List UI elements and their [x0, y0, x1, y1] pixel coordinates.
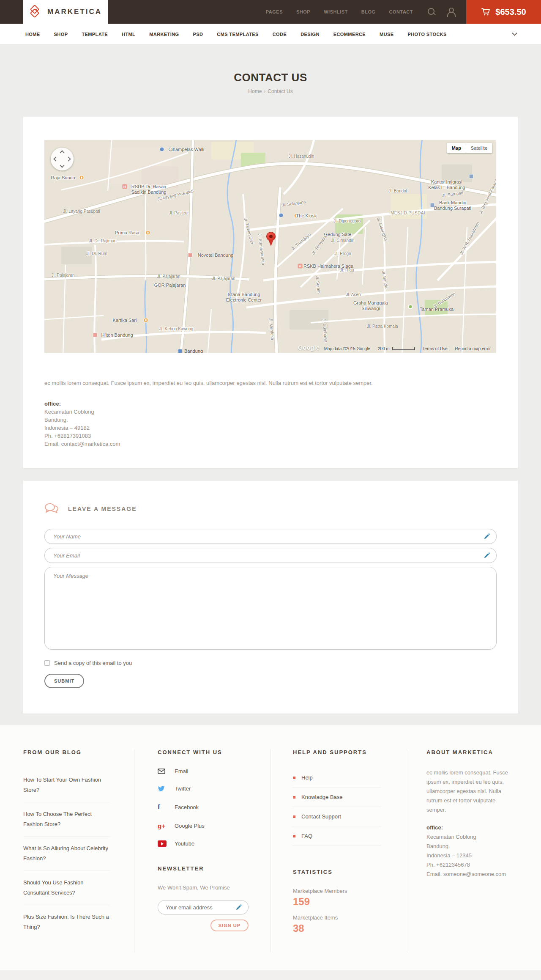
pan-left-arrow-icon[interactable]	[53, 156, 58, 161]
map-poi-label[interactable]: Bandung Surapati	[434, 206, 471, 211]
youtube-icon	[158, 840, 167, 847]
help-link[interactable]: Knowladge Base	[293, 788, 381, 807]
map-poi-label[interactable]: Electronic Center	[226, 297, 262, 302]
catnav-marketing[interactable]: MARKETING	[149, 32, 179, 37]
hospital-poi-icon: H	[298, 264, 303, 269]
map-poi-label[interactable]: RSUP Dr. Hasan	[131, 184, 166, 189]
map-poi-label[interactable]: Kelas I - Bandung	[428, 185, 465, 190]
office-line: Bandung.	[426, 842, 515, 851]
newsletter-email-input[interactable]	[158, 900, 249, 914]
social-link-facebook[interactable]: f Facebook	[158, 803, 249, 811]
map-poi-label[interactable]: Novotel Bandung	[198, 253, 233, 258]
map-view-button[interactable]: Map	[447, 143, 466, 153]
catnav-ecommerce[interactable]: ECOMMERCE	[333, 32, 366, 37]
map-poi-label[interactable]: Sadikin Bandung	[131, 189, 166, 195]
map-poi-label[interactable]: Cihampelas Walk	[168, 147, 204, 152]
map-canvas[interactable]: H H Cihampelas Walk Jl. Hasanudin Raja S…	[44, 140, 496, 353]
map-street-label: Jl. Riau	[340, 268, 354, 272]
cart-icon	[481, 8, 490, 16]
map-street-label: Jl. Dr. Rajiman	[89, 239, 116, 243]
city-badge-label: Bandung	[184, 349, 203, 353]
catnav-design[interactable]: DESIGN	[301, 32, 320, 37]
hotel-poi-icon	[93, 333, 98, 338]
breadcrumb-home[interactable]: Home	[248, 88, 262, 94]
signup-button[interactable]: SIGN UP	[210, 920, 249, 931]
cart-button[interactable]: $653.50	[466, 0, 541, 24]
brand-logo[interactable]: MARKETICA	[23, 0, 108, 24]
office-line: Kecamatan Coblong	[426, 832, 515, 842]
map-poi-label[interactable]: Graha Manggala	[353, 300, 388, 305]
google-watermark: Google	[298, 344, 320, 351]
blog-post-link[interactable]: How To Start Your Own Fashion Store?	[23, 768, 109, 802]
map-poi-label[interactable]: Bank Mandiri	[439, 200, 466, 205]
map-poi-label[interactable]: Istana Bandung	[227, 292, 260, 297]
chevron-down-icon[interactable]	[512, 30, 517, 36]
search-icon[interactable]	[427, 8, 436, 16]
blog-post-link[interactable]: Plus Size Fashion: Is There Such a Thing…	[23, 905, 109, 939]
terms-of-use-link[interactable]: Terms of Use	[423, 346, 448, 351]
map-marker-pin[interactable]	[266, 232, 276, 247]
restaurant-poi-icon	[79, 176, 84, 180]
map-street-label: Jl. Pasteur	[169, 211, 189, 215]
social-link-youtube[interactable]: Youtube	[158, 840, 249, 847]
catnav-template[interactable]: TEMPLATE	[82, 32, 108, 37]
map-poi-label[interactable]: Kartika Sari	[113, 318, 137, 323]
map-poi-label[interactable]: The Kiosk	[296, 213, 317, 218]
map-scale: 200 m	[378, 346, 415, 351]
help-link[interactable]: Help	[293, 768, 381, 788]
satellite-view-button[interactable]: Satellite	[466, 143, 492, 153]
send-copy-checkbox[interactable]	[44, 660, 50, 666]
social-link-googleplus[interactable]: g+ Google Plus	[158, 822, 249, 829]
map-poi-label[interactable]: Prima Rasa	[115, 230, 139, 235]
office-line: Indonesia – 12345	[426, 851, 515, 860]
catnav-html[interactable]: HTML	[122, 32, 135, 37]
catnav-photo-stocks[interactable]: PHOTO STOCKS	[407, 32, 446, 37]
social-link-email[interactable]: Email	[158, 768, 249, 774]
catnav-home[interactable]: HOME	[25, 32, 40, 37]
map-contact-card: H H Cihampelas Walk Jl. Hasanudin Raja S…	[23, 117, 518, 468]
top-nav-pages[interactable]: PAGES	[266, 9, 283, 14]
submit-button[interactable]: SUBMIT	[44, 674, 84, 688]
catnav-code[interactable]: CODE	[273, 32, 287, 37]
map-poi-label[interactable]: Raja Sunda	[51, 175, 75, 180]
help-link[interactable]: FAQ	[293, 826, 381, 846]
map-poi-label[interactable]: Hilton Bandung	[101, 332, 133, 338]
hotel-poi-icon	[188, 253, 193, 258]
email-input[interactable]	[44, 548, 497, 563]
catnav-psd[interactable]: PSD	[193, 32, 203, 37]
map-poi-label[interactable]: Gedung Sate	[324, 232, 352, 237]
pan-up-arrow-icon[interactable]	[60, 150, 64, 155]
map-poi-label[interactable]: Siliwangi	[361, 306, 380, 311]
catnav-cms-templates[interactable]: CMS TEMPLATES	[217, 32, 259, 37]
copyright-bar: COPYRIGHT © 2015 TOKOPRESS PRIVACY POLIC…	[0, 970, 541, 980]
bullet-icon	[293, 835, 295, 837]
top-nav-blog[interactable]: BLOG	[361, 9, 376, 14]
blog-post-link[interactable]: What is So Alluring About Celebrity Fash…	[23, 836, 109, 870]
name-input[interactable]	[44, 529, 497, 544]
map-poi-label[interactable]: Kantor Imigrasi	[431, 179, 462, 184]
blog-post-link[interactable]: Should You Use Fashion Consultant Servic…	[23, 870, 109, 905]
social-label: Twitter	[175, 785, 191, 792]
footer-about-title: ABOUT MARKETICA	[426, 749, 515, 755]
blog-post-link[interactable]: How To Choose The Perfect Fashion Store?	[23, 802, 109, 836]
office-line: Email. contact@marketica.com	[44, 440, 497, 448]
city-poi-icon	[178, 349, 182, 353]
scale-bar	[392, 347, 415, 350]
pan-right-arrow-icon[interactable]	[66, 156, 71, 161]
top-nav-shop[interactable]: SHOP	[296, 9, 310, 14]
help-link[interactable]: Contact Support	[293, 807, 381, 826]
brand-name: MARKETICA	[47, 8, 102, 16]
message-textarea[interactable]	[44, 567, 497, 650]
social-link-twitter[interactable]: Twitter	[158, 785, 249, 792]
catnav-muse[interactable]: MUSE	[380, 32, 393, 37]
map-pan-control[interactable]	[51, 148, 74, 170]
top-nav-contact[interactable]: CONTACT	[389, 9, 413, 14]
map-poi-label[interactable]: GOR Pajajaran	[154, 283, 186, 288]
top-nav-wishlist[interactable]: WISHLIST	[324, 9, 348, 14]
user-account-icon[interactable]	[447, 8, 455, 16]
pan-down-arrow-icon[interactable]	[60, 163, 64, 167]
catnav-shop[interactable]: SHOP	[54, 32, 68, 37]
office-line: Bandung.	[44, 416, 497, 424]
report-map-error-link[interactable]: Report a map error	[455, 346, 491, 351]
map-street-label: Jl. Hasanudin	[289, 154, 314, 159]
